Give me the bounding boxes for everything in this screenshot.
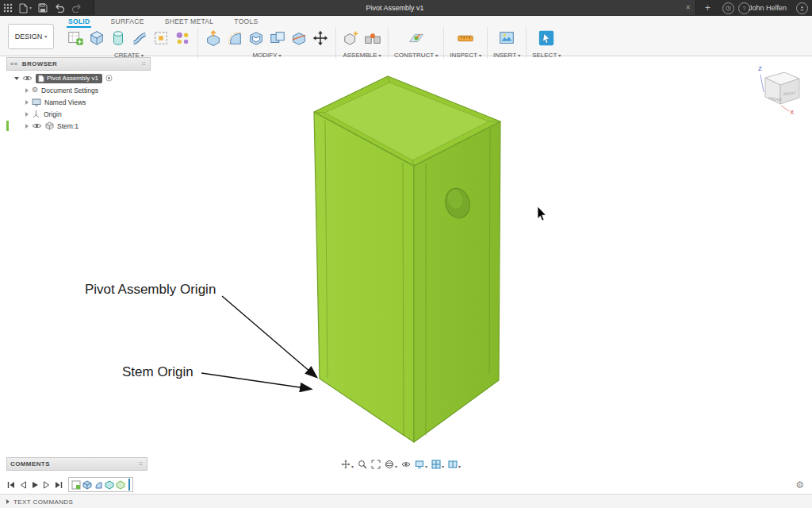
display-settings-icon[interactable] xyxy=(415,460,427,469)
sketch-feature-icon[interactable] xyxy=(71,480,81,490)
ribbon-groups: CREATE MODIFY xyxy=(60,27,566,59)
timeline-position-marker[interactable] xyxy=(128,479,130,491)
create-menu-button[interactable]: CREATE xyxy=(114,52,144,59)
inspect-menu-button[interactable]: INSPECT xyxy=(450,52,481,59)
tree-item-document-settings[interactable]: Document Settings xyxy=(6,84,151,96)
new-component-icon[interactable] xyxy=(342,29,361,48)
look-at-icon[interactable] xyxy=(401,460,411,469)
sweep-icon[interactable] xyxy=(130,29,149,48)
chevron-down-icon xyxy=(279,53,282,58)
move-icon[interactable] xyxy=(311,29,330,48)
close-tab-icon[interactable] xyxy=(685,0,691,15)
ribbon-group-construct: CONSTRUCT xyxy=(388,27,443,59)
tree-item-named-views[interactable]: Named Views xyxy=(6,96,151,108)
comments-header[interactable]: COMMENTS xyxy=(6,457,147,471)
assemble-menu-button[interactable]: ASSEMBLE xyxy=(343,52,381,59)
fillet-icon[interactable] xyxy=(225,29,244,48)
expander-closed-icon[interactable] xyxy=(25,88,29,93)
browser-header[interactable]: BROWSER xyxy=(6,57,151,71)
measure-icon[interactable] xyxy=(456,29,475,48)
body-front-face[interactable] xyxy=(314,112,414,442)
comments-panel: COMMENTS xyxy=(6,457,147,471)
go-to-start-button[interactable] xyxy=(6,480,16,490)
joint-icon[interactable] xyxy=(363,29,382,48)
activate-component-radio[interactable] xyxy=(105,75,113,82)
play-button[interactable] xyxy=(30,480,40,490)
tab-tools[interactable]: TOOLS xyxy=(234,17,258,26)
shell-feature-icon[interactable] xyxy=(105,480,114,490)
insert-menu-button[interactable]: INSERT xyxy=(493,52,520,59)
undo-icon[interactable] xyxy=(51,0,68,16)
step-back-button[interactable] xyxy=(18,480,28,490)
press-pull-icon[interactable] xyxy=(204,29,223,48)
collapse-panel-icon[interactable] xyxy=(10,60,18,67)
body-right-face[interactable] xyxy=(414,121,500,442)
orbit-icon[interactable] xyxy=(385,460,397,469)
new-tab-icon[interactable] xyxy=(705,0,710,16)
mouse-cursor xyxy=(538,206,546,221)
file-menu-icon[interactable] xyxy=(16,0,35,16)
extrude-feature-icon[interactable] xyxy=(82,480,92,490)
z-axis-label: Z xyxy=(758,65,762,72)
visibility-eye-icon[interactable] xyxy=(22,75,33,82)
select-icon[interactable] xyxy=(537,29,556,48)
ribbon-group-assemble: ASSEMBLE xyxy=(335,27,388,59)
text-commands-expand-icon[interactable] xyxy=(6,499,10,504)
tab-sheet-metal[interactable]: SHEET METAL xyxy=(165,17,214,26)
pattern-icon[interactable] xyxy=(173,29,192,48)
tree-item-origin[interactable]: Origin xyxy=(6,108,151,120)
panel-drag-handle-icon[interactable] xyxy=(138,461,144,468)
construct-plane-icon[interactable] xyxy=(407,29,426,48)
design-workspace-button[interactable]: DESIGN xyxy=(8,24,54,49)
viewports-icon[interactable] xyxy=(448,460,461,469)
create-menu-label: CREATE xyxy=(114,52,140,59)
assemble-menu-label: ASSEMBLE xyxy=(343,52,377,59)
tab-solid[interactable]: SOLID xyxy=(68,17,90,26)
ribbon-group-insert: INSERT xyxy=(487,27,526,59)
text-commands-label[interactable]: TEXT COMMANDS xyxy=(13,498,73,506)
expander-closed-icon[interactable] xyxy=(25,112,29,117)
expander-closed-icon[interactable] xyxy=(25,100,29,105)
job-status-icon[interactable] xyxy=(722,2,734,14)
tab-surface[interactable]: SURFACE xyxy=(110,17,144,26)
panel-drag-handle-icon[interactable] xyxy=(141,61,147,67)
document-tab[interactable]: Pivot Assembly v1 xyxy=(94,0,696,15)
derive-icon[interactable] xyxy=(151,29,170,48)
chevron-down-icon xyxy=(458,464,461,469)
step-forward-button[interactable] xyxy=(42,480,52,490)
view-cube[interactable]: FRONT RIGHT Z X xyxy=(749,60,806,116)
tree-item-stem[interactable]: Stem:1 xyxy=(6,120,151,132)
save-icon[interactable] xyxy=(35,0,51,16)
create-sketch-icon[interactable] xyxy=(66,29,85,48)
grid-settings-icon[interactable] xyxy=(431,460,444,469)
design-workspace-label: DESIGN xyxy=(15,33,43,40)
stem-body[interactable] xyxy=(314,76,500,442)
visibility-eye-icon[interactable] xyxy=(32,122,42,129)
combine-icon[interactable] xyxy=(268,29,287,48)
tree-item-root[interactable]: Pivot Assembly v1 xyxy=(6,72,151,84)
pan-icon[interactable] xyxy=(341,460,354,469)
modify-menu-button[interactable]: MODIFY xyxy=(252,52,281,59)
insert-canvas-icon[interactable] xyxy=(497,29,516,48)
expander-closed-icon[interactable] xyxy=(25,124,29,129)
profile-icon[interactable] xyxy=(796,2,808,14)
browser-panel: BROWSER Pivot Assembly v1 Document Setti… xyxy=(6,57,151,134)
go-to-end-button[interactable] xyxy=(54,480,63,490)
expander-open-icon[interactable] xyxy=(14,77,19,80)
box-primitive-icon[interactable] xyxy=(87,29,106,48)
zoom-icon[interactable] xyxy=(358,460,367,469)
split-body-icon[interactable] xyxy=(289,29,308,48)
revolve-icon[interactable] xyxy=(109,29,128,48)
timeline-settings-gear-icon[interactable] xyxy=(795,480,804,490)
root-item-selected[interactable]: Pivot Assembly v1 xyxy=(36,74,102,83)
redo-icon[interactable] xyxy=(68,0,86,16)
fit-view-icon[interactable] xyxy=(371,460,381,469)
select-menu-button[interactable]: SELECT xyxy=(532,52,561,59)
construct-menu-button[interactable]: CONSTRUCT xyxy=(394,52,438,59)
app-grid-icon[interactable] xyxy=(0,0,16,16)
user-name[interactable]: John Helfen xyxy=(749,4,787,12)
component-feature-icon[interactable] xyxy=(116,480,125,490)
annotation-leaders xyxy=(201,296,316,389)
fillet-feature-icon[interactable] xyxy=(94,480,103,490)
shell-icon[interactable] xyxy=(247,29,266,48)
